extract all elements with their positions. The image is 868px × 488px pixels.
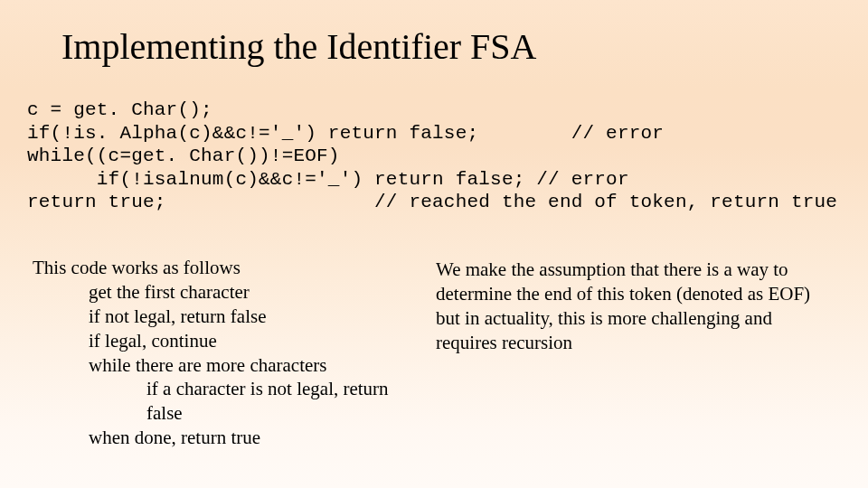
explanation-step: get the first character — [33, 280, 412, 305]
code-line: c = get. Char(); — [27, 99, 212, 120]
slide: Implementing the Identifier FSA c = get.… — [0, 0, 868, 488]
code-line: while((c=get. Char())!=EOF) — [27, 145, 340, 166]
explanation-intro: This code works as follows — [33, 256, 412, 280]
code-line: if(!is. Alpha(c)&&c!='_') return false; … — [27, 123, 664, 144]
assumption-text: We make the assumption that there is a w… — [436, 258, 828, 355]
explanation-step: if not legal, return false — [33, 305, 412, 329]
slide-title: Implementing the Identifier FSA — [61, 25, 835, 68]
code-block: c = get. Char(); if(!is. Alpha(c)&&c!='_… — [27, 99, 835, 214]
code-line: return true; // reached the end of token… — [27, 192, 837, 212]
explanation-step: if legal, continue — [33, 329, 412, 353]
explanation-left: This code works as follows get the first… — [33, 256, 412, 450]
lower-columns: This code works as follows get the first… — [33, 256, 835, 450]
explanation-step: while there are more characters — [33, 353, 412, 378]
explanation-right: We make the assumption that there is a w… — [436, 256, 835, 450]
explanation-substep: if a character is not legal, return fals… — [33, 377, 412, 426]
explanation-step: when done, return true — [33, 426, 412, 450]
code-line: if(!isalnum(c)&&c!='_') return false; //… — [27, 169, 629, 190]
